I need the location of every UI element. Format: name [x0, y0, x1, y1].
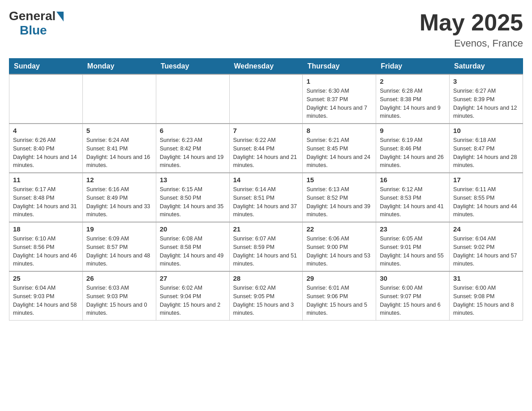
- calendar-table: SundayMondayTuesdayWednesdayThursdayFrid…: [9, 58, 523, 321]
- calendar-header-wednesday: Wednesday: [229, 59, 303, 75]
- calendar-cell: 17Sunrise: 6:11 AMSunset: 8:55 PMDayligh…: [450, 173, 523, 222]
- day-info: Sunrise: 6:23 AMSunset: 8:42 PMDaylight:…: [160, 136, 226, 170]
- calendar-header-thursday: Thursday: [303, 59, 376, 75]
- calendar-cell: 11Sunrise: 6:17 AMSunset: 8:48 PMDayligh…: [9, 173, 83, 222]
- calendar-cell: 16Sunrise: 6:12 AMSunset: 8:53 PMDayligh…: [376, 173, 450, 222]
- calendar-header-monday: Monday: [82, 59, 156, 75]
- day-number: 13: [160, 176, 226, 184]
- day-number: 11: [13, 176, 79, 184]
- day-number: 8: [306, 127, 372, 134]
- day-number: 27: [160, 274, 226, 282]
- title-section: May 2025 Evenos, France: [420, 9, 523, 49]
- calendar-cell: 25Sunrise: 6:04 AMSunset: 9:03 PMDayligh…: [9, 271, 83, 321]
- day-number: 6: [160, 127, 226, 134]
- calendar-cell: 10Sunrise: 6:18 AMSunset: 8:47 PMDayligh…: [450, 124, 523, 173]
- location-subtitle: Evenos, France: [420, 38, 523, 49]
- day-info: Sunrise: 6:11 AMSunset: 8:55 PMDaylight:…: [453, 185, 519, 219]
- calendar-cell: 28Sunrise: 6:02 AMSunset: 9:05 PMDayligh…: [229, 271, 303, 321]
- day-number: 25: [13, 274, 79, 282]
- day-info: Sunrise: 6:28 AMSunset: 8:38 PMDaylight:…: [380, 87, 446, 120]
- calendar-week-row: 11Sunrise: 6:17 AMSunset: 8:48 PMDayligh…: [9, 173, 523, 222]
- day-info: Sunrise: 6:02 AMSunset: 9:05 PMDaylight:…: [233, 284, 299, 317]
- calendar-week-row: 4Sunrise: 6:26 AMSunset: 8:40 PMDaylight…: [9, 124, 523, 173]
- calendar-cell: 6Sunrise: 6:23 AMSunset: 8:42 PMDaylight…: [156, 124, 229, 173]
- day-info: Sunrise: 6:07 AMSunset: 8:59 PMDaylight:…: [233, 235, 299, 268]
- calendar-cell: [229, 74, 303, 124]
- day-number: 23: [380, 225, 446, 233]
- day-number: 20: [160, 225, 226, 233]
- day-number: 1: [306, 77, 372, 85]
- day-info: Sunrise: 6:13 AMSunset: 8:52 PMDaylight:…: [306, 185, 372, 219]
- calendar-cell: [156, 74, 229, 124]
- day-info: Sunrise: 6:06 AMSunset: 9:00 PMDaylight:…: [306, 235, 372, 268]
- day-info: Sunrise: 6:09 AMSunset: 8:57 PMDaylight:…: [86, 235, 152, 268]
- calendar-cell: 13Sunrise: 6:15 AMSunset: 8:50 PMDayligh…: [156, 173, 229, 222]
- calendar-cell: 15Sunrise: 6:13 AMSunset: 8:52 PMDayligh…: [303, 173, 376, 222]
- calendar-cell: 27Sunrise: 6:02 AMSunset: 9:04 PMDayligh…: [156, 271, 229, 321]
- day-info: Sunrise: 6:10 AMSunset: 8:56 PMDaylight:…: [13, 235, 79, 268]
- day-info: Sunrise: 6:26 AMSunset: 8:40 PMDaylight:…: [13, 136, 79, 170]
- calendar-cell: 19Sunrise: 6:09 AMSunset: 8:57 PMDayligh…: [82, 222, 156, 271]
- day-info: Sunrise: 6:18 AMSunset: 8:47 PMDaylight:…: [453, 136, 519, 170]
- calendar-cell: 7Sunrise: 6:22 AMSunset: 8:44 PMDaylight…: [229, 124, 303, 173]
- calendar-cell: 29Sunrise: 6:01 AMSunset: 9:06 PMDayligh…: [303, 271, 376, 321]
- day-info: Sunrise: 6:27 AMSunset: 8:39 PMDaylight:…: [453, 87, 519, 120]
- calendar-cell: 4Sunrise: 6:26 AMSunset: 8:40 PMDaylight…: [9, 124, 83, 173]
- calendar-header-tuesday: Tuesday: [156, 59, 229, 75]
- month-year-title: May 2025: [420, 9, 523, 36]
- calendar-cell: [82, 74, 156, 124]
- day-number: 10: [453, 127, 519, 134]
- calendar-header-row: SundayMondayTuesdayWednesdayThursdayFrid…: [9, 59, 523, 75]
- logo-general-text: General: [9, 9, 56, 23]
- calendar-cell: 23Sunrise: 6:05 AMSunset: 9:01 PMDayligh…: [376, 222, 450, 271]
- day-info: Sunrise: 6:04 AMSunset: 9:03 PMDaylight:…: [13, 284, 79, 317]
- day-info: Sunrise: 6:00 AMSunset: 9:08 PMDaylight:…: [453, 284, 519, 317]
- day-number: 30: [380, 274, 446, 282]
- day-number: 2: [380, 77, 446, 85]
- calendar-cell: 5Sunrise: 6:24 AMSunset: 8:41 PMDaylight…: [82, 124, 156, 173]
- calendar-header-sunday: Sunday: [9, 59, 83, 75]
- day-info: Sunrise: 6:00 AMSunset: 9:07 PMDaylight:…: [380, 284, 446, 317]
- day-info: Sunrise: 6:15 AMSunset: 8:50 PMDaylight:…: [160, 185, 226, 219]
- calendar-cell: 30Sunrise: 6:00 AMSunset: 9:07 PMDayligh…: [376, 271, 450, 321]
- calendar-cell: 1Sunrise: 6:30 AMSunset: 8:37 PMDaylight…: [303, 74, 376, 124]
- calendar-cell: [9, 74, 83, 124]
- day-number: 7: [233, 127, 299, 134]
- calendar-cell: 31Sunrise: 6:00 AMSunset: 9:08 PMDayligh…: [450, 271, 523, 321]
- day-info: Sunrise: 6:02 AMSunset: 9:04 PMDaylight:…: [160, 284, 226, 317]
- day-number: 26: [86, 274, 152, 282]
- day-number: 28: [233, 274, 299, 282]
- day-number: 4: [13, 127, 79, 134]
- calendar-cell: 2Sunrise: 6:28 AMSunset: 8:38 PMDaylight…: [376, 74, 450, 124]
- calendar-week-row: 25Sunrise: 6:04 AMSunset: 9:03 PMDayligh…: [9, 271, 523, 321]
- day-number: 21: [233, 225, 299, 233]
- day-number: 29: [306, 274, 372, 282]
- calendar-cell: 3Sunrise: 6:27 AMSunset: 8:39 PMDaylight…: [450, 74, 523, 124]
- day-number: 12: [86, 176, 152, 184]
- calendar-cell: 20Sunrise: 6:08 AMSunset: 8:58 PMDayligh…: [156, 222, 229, 271]
- calendar-cell: 24Sunrise: 6:04 AMSunset: 9:02 PMDayligh…: [450, 222, 523, 271]
- day-number: 16: [380, 176, 446, 184]
- day-number: 14: [233, 176, 299, 184]
- day-info: Sunrise: 6:04 AMSunset: 9:02 PMDaylight:…: [453, 235, 519, 268]
- logo: General Blue: [9, 9, 64, 38]
- day-info: Sunrise: 6:16 AMSunset: 8:49 PMDaylight:…: [86, 185, 152, 219]
- calendar-cell: 22Sunrise: 6:06 AMSunset: 9:00 PMDayligh…: [303, 222, 376, 271]
- logo-triangle-icon: [56, 12, 64, 21]
- calendar-cell: 9Sunrise: 6:19 AMSunset: 8:46 PMDaylight…: [376, 124, 450, 173]
- calendar-cell: 12Sunrise: 6:16 AMSunset: 8:49 PMDayligh…: [82, 173, 156, 222]
- calendar-cell: 18Sunrise: 6:10 AMSunset: 8:56 PMDayligh…: [9, 222, 83, 271]
- calendar-cell: 14Sunrise: 6:14 AMSunset: 8:51 PMDayligh…: [229, 173, 303, 222]
- calendar-week-row: 1Sunrise: 6:30 AMSunset: 8:37 PMDaylight…: [9, 74, 523, 124]
- day-number: 24: [453, 225, 519, 233]
- day-number: 3: [453, 77, 519, 85]
- day-number: 5: [86, 127, 152, 134]
- day-info: Sunrise: 6:03 AMSunset: 9:03 PMDaylight:…: [86, 284, 152, 317]
- day-info: Sunrise: 6:12 AMSunset: 8:53 PMDaylight:…: [380, 185, 446, 219]
- day-info: Sunrise: 6:08 AMSunset: 8:58 PMDaylight:…: [160, 235, 226, 268]
- day-info: Sunrise: 6:30 AMSunset: 8:37 PMDaylight:…: [306, 87, 372, 120]
- day-number: 19: [86, 225, 152, 233]
- logo-blue-text: Blue: [20, 23, 47, 38]
- day-info: Sunrise: 6:17 AMSunset: 8:48 PMDaylight:…: [13, 185, 79, 219]
- day-info: Sunrise: 6:05 AMSunset: 9:01 PMDaylight:…: [380, 235, 446, 268]
